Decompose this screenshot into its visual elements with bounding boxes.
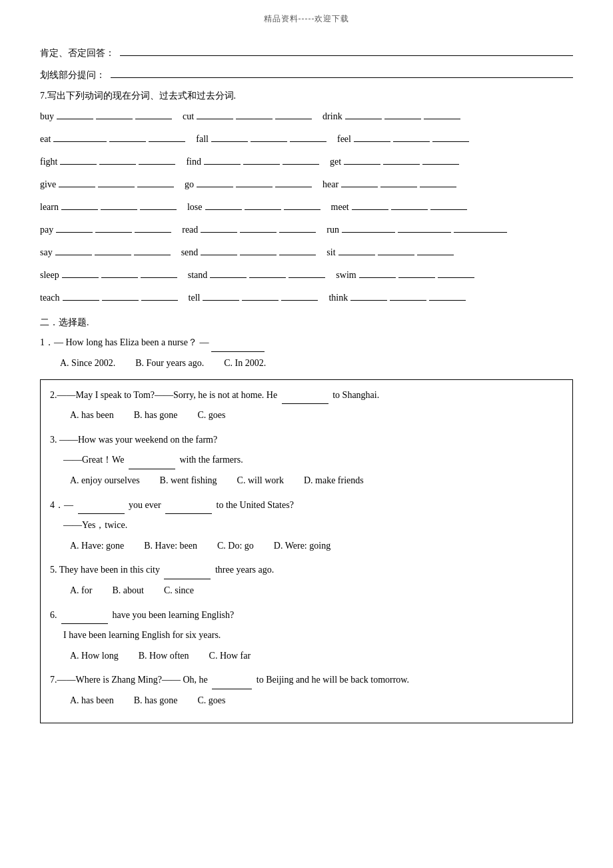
verb-row-3: fight find get bbox=[40, 153, 573, 171]
send-blank3 bbox=[279, 245, 316, 255]
q6-subtext: I have been learning English for six yea… bbox=[63, 627, 563, 645]
q7-blank bbox=[212, 679, 252, 689]
q1-option-b: B. Four years ago. bbox=[135, 355, 204, 373]
say-blank3 bbox=[134, 245, 171, 255]
verb-grid: buy cut drink eat fall feel fight find g… bbox=[40, 107, 573, 307]
sleep-blank3 bbox=[141, 267, 177, 278]
verb-pay: pay bbox=[40, 221, 53, 239]
q5-option-b: B. about bbox=[112, 582, 143, 600]
question-4: 4．— you ever to the United States? ——Yes… bbox=[50, 497, 563, 555]
feel-blank3 bbox=[432, 131, 469, 142]
lose-blank3 bbox=[284, 199, 320, 210]
verb-row-4: give go hear bbox=[40, 175, 573, 194]
q2-blank bbox=[282, 393, 328, 404]
verb-row-8: sleep stand swim bbox=[40, 266, 573, 285]
hear-blank3 bbox=[420, 177, 456, 187]
q4-option-a: A. Have: gone bbox=[70, 537, 124, 555]
q2-option-a: A. has been bbox=[70, 407, 114, 425]
q1-option-c: C. In 2002. bbox=[224, 355, 266, 373]
verb-learn: learn bbox=[40, 198, 59, 217]
q4-blank1 bbox=[78, 503, 125, 514]
verb-run: run bbox=[326, 221, 339, 239]
verb-read: read bbox=[182, 221, 198, 239]
verb-send: send bbox=[181, 243, 199, 262]
section-answers: 肯定、否定回答： 划线部分提问： bbox=[40, 45, 573, 83]
verb-meet: meet bbox=[331, 198, 349, 217]
swim-blank1 bbox=[359, 267, 396, 278]
buy-blank3 bbox=[135, 109, 172, 119]
verb-row-1: buy cut drink bbox=[40, 107, 573, 126]
run-blank3 bbox=[454, 222, 507, 233]
cut-blank2 bbox=[236, 109, 273, 119]
verb-row-9: teach tell think bbox=[40, 289, 573, 307]
send-blank1 bbox=[201, 245, 237, 255]
get-blank1 bbox=[344, 154, 380, 165]
fall-blank2 bbox=[251, 131, 287, 142]
q2-option-b: B. has gone bbox=[134, 407, 178, 425]
verb-row-2: eat fall feel bbox=[40, 130, 573, 149]
q4-subtext: ——Yes，twice. bbox=[63, 517, 563, 535]
learn-blank2 bbox=[101, 199, 137, 210]
q5-option-c: C. since bbox=[164, 582, 194, 600]
learn-blank3 bbox=[140, 199, 177, 210]
stand-blank3 bbox=[289, 267, 325, 278]
go-blank2 bbox=[236, 177, 273, 187]
meet-blank1 bbox=[352, 199, 388, 210]
fight-blank1 bbox=[60, 154, 97, 165]
give-blank1 bbox=[59, 177, 95, 187]
drink-blank1 bbox=[345, 109, 382, 119]
q6-text: 6. have you been learning English? bbox=[50, 607, 563, 625]
question-5: 5. They have been in this city three yea… bbox=[50, 561, 563, 599]
q5-options: A. for B. about C. since bbox=[70, 582, 563, 600]
lose-blank1 bbox=[205, 199, 242, 210]
sleep-blank2 bbox=[101, 267, 138, 278]
fight-blank3 bbox=[139, 154, 175, 165]
verb-tell: tell bbox=[189, 289, 201, 307]
go-blank3 bbox=[275, 177, 312, 187]
verb-hear: hear bbox=[322, 175, 338, 194]
eat-blank2 bbox=[109, 131, 146, 142]
verb-row-6: pay read run bbox=[40, 221, 573, 239]
eat-blank3 bbox=[149, 131, 185, 142]
think-blank1 bbox=[350, 290, 387, 301]
get-blank3 bbox=[422, 154, 459, 165]
verb-lose: lose bbox=[187, 198, 203, 217]
q7-option-c: C. goes bbox=[197, 692, 225, 710]
bordered-questions: 2.——May I speak to Tom?——Sorry, he is no… bbox=[40, 379, 573, 724]
page-title: 精品资料-----欢迎下载 bbox=[40, 13, 573, 25]
question-1: 1．— How long has Eliza been a nurse？ — A… bbox=[40, 334, 573, 372]
q4-text: 4．— you ever to the United States? bbox=[50, 497, 563, 515]
q6-options: A. How long B. How often C. How far bbox=[70, 647, 563, 665]
cut-blank3 bbox=[275, 109, 312, 119]
pay-blank3 bbox=[135, 222, 171, 233]
q5-text: 5. They have been in this city three yea… bbox=[50, 561, 563, 579]
q1-blank bbox=[211, 341, 265, 352]
verb-find: find bbox=[186, 153, 201, 171]
hear-blank1 bbox=[341, 177, 378, 187]
verb-section-title: 7.写出下列动词的现在分词、过去式和过去分词. bbox=[40, 90, 573, 102]
q2-option-c: C. goes bbox=[197, 407, 225, 425]
q7-options: A. has been B. has gone C. goes bbox=[70, 692, 563, 710]
q4-blank2 bbox=[165, 503, 212, 514]
teach-blank1 bbox=[63, 290, 99, 301]
underline-label: 划线部分提问： bbox=[40, 67, 105, 83]
pay-blank2 bbox=[95, 222, 132, 233]
q3-option-d: D. make friends bbox=[304, 472, 364, 490]
think-blank3 bbox=[429, 290, 466, 301]
lose-blank2 bbox=[245, 199, 281, 210]
sit-blank3 bbox=[417, 245, 454, 255]
verb-fight: fight bbox=[40, 153, 57, 171]
q7-option-a: A. has been bbox=[70, 692, 114, 710]
q2-options: A. has been B. has gone C. goes bbox=[70, 407, 563, 425]
q5-blank bbox=[164, 569, 211, 579]
run-blank1 bbox=[342, 222, 395, 233]
say-blank1 bbox=[55, 245, 92, 255]
q3-blank bbox=[129, 459, 175, 469]
buy-blank2 bbox=[96, 109, 133, 119]
fight-blank2 bbox=[99, 154, 136, 165]
sit-blank1 bbox=[338, 245, 375, 255]
question-2: 2.——May I speak to Tom?——Sorry, he is no… bbox=[50, 387, 563, 425]
verb-stand: stand bbox=[188, 266, 208, 285]
run-blank2 bbox=[398, 222, 451, 233]
send-blank2 bbox=[240, 245, 277, 255]
